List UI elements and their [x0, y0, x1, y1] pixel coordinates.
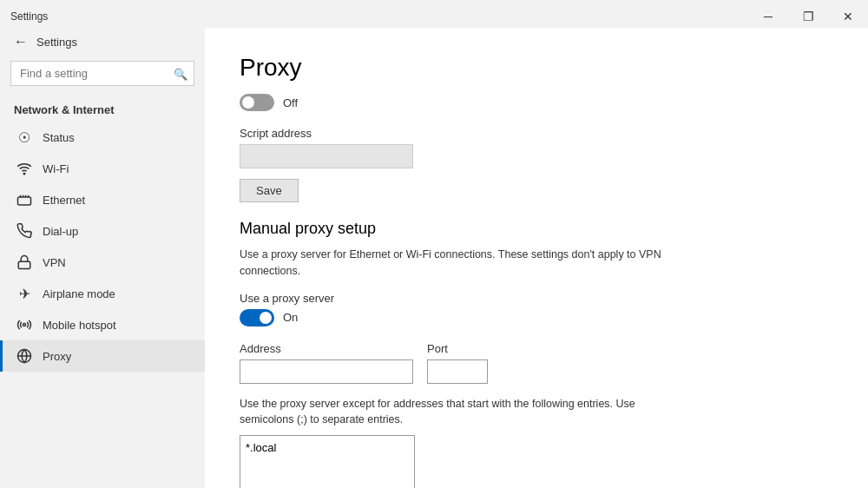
- svg-rect-2: [18, 261, 30, 268]
- sidebar-item-vpn[interactable]: VPN: [0, 247, 205, 278]
- sidebar-item-hotspot[interactable]: Mobile hotspot: [0, 309, 205, 340]
- close-button[interactable]: ✕: [828, 3, 868, 30]
- search-input[interactable]: [10, 61, 194, 86]
- sidebar-item-label-airplane: Airplane mode: [43, 287, 115, 300]
- exceptions-input[interactable]: *.local: [240, 435, 415, 488]
- restore-button[interactable]: ❐: [788, 3, 828, 30]
- search-icon: 🔍: [174, 67, 187, 80]
- sidebar-item-ethernet[interactable]: Ethernet: [0, 184, 205, 215]
- sidebar-item-proxy[interactable]: Proxy: [0, 340, 205, 372]
- port-input[interactable]: [427, 359, 488, 384]
- use-proxy-label: Use a proxy server: [240, 292, 833, 305]
- sidebar-item-label-wifi: Wi-Fi: [43, 162, 69, 175]
- sidebar-item-label-dialup: Dial-up: [43, 225, 78, 238]
- sidebar-item-label-hotspot: Mobile hotspot: [43, 319, 116, 332]
- title-bar-controls: ─ ❐ ✕: [748, 3, 868, 30]
- sidebar-item-label-ethernet: Ethernet: [43, 194, 85, 207]
- sidebar-item-wifi[interactable]: Wi-Fi: [0, 153, 205, 184]
- svg-point-0: [23, 173, 25, 175]
- proxy-toggle-row: On: [240, 309, 833, 326]
- minimize-button[interactable]: ─: [748, 3, 788, 30]
- sidebar-item-label-status: Status: [43, 131, 75, 144]
- airplane-icon: ✈: [16, 286, 32, 301]
- svg-rect-1: [18, 197, 31, 205]
- hotspot-icon: [16, 317, 32, 333]
- ethernet-icon: [16, 192, 32, 208]
- content-area: Proxy Off Script address Save Manual pro…: [205, 28, 868, 488]
- manual-setup-title: Manual proxy setup: [240, 220, 833, 238]
- auto-detect-toggle-row: Off: [240, 94, 833, 111]
- vpn-icon: [16, 254, 32, 270]
- page-title: Proxy: [240, 54, 833, 82]
- back-button[interactable]: ← Settings: [0, 28, 205, 56]
- title-bar-title: Settings: [10, 10, 48, 23]
- script-address-label: Script address: [240, 127, 833, 140]
- title-bar: Settings ─ ❐ ✕: [0, 0, 868, 28]
- back-arrow-icon: ←: [14, 35, 28, 49]
- sidebar-item-status[interactable]: ☉ Status: [0, 122, 205, 153]
- title-bar-left: Settings: [10, 10, 48, 23]
- proxy-toggle[interactable]: [240, 309, 274, 326]
- script-address-input[interactable]: [240, 144, 413, 168]
- auto-detect-toggle[interactable]: [240, 94, 274, 111]
- port-field: Port: [427, 342, 488, 384]
- manual-setup-desc: Use a proxy server for Ethernet or Wi-Fi…: [240, 247, 691, 280]
- proxy-toggle-label: On: [283, 311, 298, 324]
- search-box: 🔍: [10, 61, 194, 86]
- address-label: Address: [240, 342, 413, 355]
- save-button-1[interactable]: Save: [240, 179, 299, 202]
- sidebar-item-label-vpn: VPN: [43, 256, 66, 269]
- address-port-row: Address Port: [240, 342, 833, 384]
- sidebar-item-dialup[interactable]: Dial-up: [0, 215, 205, 247]
- status-icon: ☉: [16, 129, 32, 145]
- sidebar: ← Settings 🔍 Network & Internet ☉ Status…: [0, 28, 205, 488]
- wifi-icon: [16, 161, 32, 176]
- sidebar-item-airplane[interactable]: ✈ Airplane mode: [0, 278, 205, 309]
- auto-detect-toggle-label: Off: [283, 96, 298, 109]
- app-body: ← Settings 🔍 Network & Internet ☉ Status…: [0, 28, 868, 488]
- port-label: Port: [427, 342, 488, 355]
- svg-point-3: [23, 324, 26, 326]
- back-label: Settings: [36, 36, 77, 49]
- sidebar-item-label-proxy: Proxy: [43, 350, 71, 363]
- address-input[interactable]: [240, 359, 413, 384]
- proxy-icon: [16, 348, 32, 364]
- dialup-icon: [16, 223, 32, 239]
- address-field: Address: [240, 342, 413, 384]
- sidebar-section-title: Network & Internet: [0, 96, 205, 122]
- exceptions-desc: Use the proxy server except for addresse…: [240, 396, 691, 429]
